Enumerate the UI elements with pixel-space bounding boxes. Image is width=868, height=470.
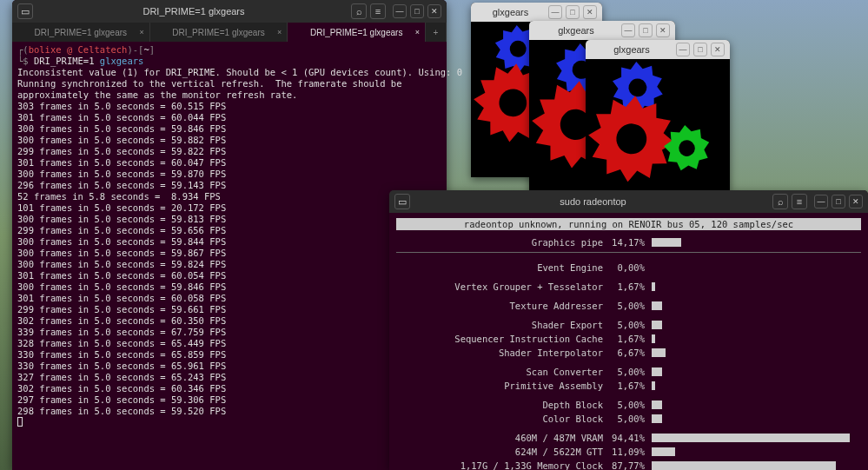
- maximize-button[interactable]: □: [832, 195, 845, 209]
- glxgears-title: glxgears: [534, 25, 618, 36]
- radeontop-body: radeontop unknown, running on RENOIR bus…: [389, 213, 868, 470]
- stat-bar: [652, 433, 861, 443]
- radeontop-titlebar: ▭ sudo radeontop ⌕ ≡ — □ ✕: [389, 190, 868, 213]
- stat-percent: 1,67%: [610, 334, 652, 344]
- terminal-titlebar: ▭ DRI_PRIME=1 glxgears ⌕ ≡ — □ ✕: [12, 0, 447, 23]
- close-button[interactable]: ✕: [711, 43, 725, 56]
- tab-close-icon[interactable]: ×: [415, 28, 420, 36]
- green-gear-icon: [664, 125, 710, 171]
- close-button[interactable]: ✕: [427, 4, 441, 18]
- stat-label: Graphics pipe: [396, 237, 610, 248]
- terminal-tab[interactable]: DRI_PRIME=1 glxgears×: [12, 23, 150, 42]
- app-menu-icon[interactable]: ▭: [394, 194, 410, 209]
- stat-percent: 1,67%: [610, 381, 652, 391]
- stat-label: Vertex Grouper + Tesselator: [396, 281, 610, 292]
- stat-label: Color Block: [396, 414, 610, 424]
- radeontop-stat-row: Color Block 5,00%: [396, 412, 861, 426]
- radeontop-title: sudo radeontop: [414, 196, 772, 207]
- stat-percent: 5,00%: [610, 367, 652, 377]
- stat-label: 1,17G / 1,33G Memory Clock: [396, 460, 610, 470]
- terminal-tabs: DRI_PRIME=1 glxgears×DRI_PRIME=1 glxgear…: [12, 23, 447, 42]
- hamburger-icon[interactable]: ≡: [370, 3, 386, 19]
- maximize-button[interactable]: □: [693, 43, 707, 56]
- glxgears-viewport: [586, 59, 730, 190]
- stat-label: Sequencer Instruction Cache: [396, 334, 610, 344]
- hamburger-icon[interactable]: ≡: [792, 194, 807, 209]
- new-tab-button[interactable]: +: [426, 23, 447, 42]
- stat-bar: [652, 367, 861, 377]
- tab-close-icon[interactable]: ×: [277, 28, 282, 36]
- stat-bar: [652, 348, 861, 358]
- radeontop-stat-row: Texture Addresser 5,00%: [396, 299, 861, 313]
- radeontop-stat-row: Shader Export 5,00%: [396, 318, 861, 332]
- app-menu-icon[interactable]: ▭: [17, 3, 33, 19]
- stat-percent: 11,09%: [610, 447, 652, 457]
- stat-percent: 5,00%: [610, 301, 652, 311]
- stat-bar: [652, 281, 861, 292]
- stat-percent: 6,67%: [610, 348, 652, 358]
- minimize-button[interactable]: —: [676, 43, 690, 56]
- terminal-window: ▭ DRI_PRIME=1 glxgears ⌕ ≡ — □ ✕ DRI_PRI…: [12, 0, 447, 470]
- stat-percent: 94,41%: [610, 433, 652, 443]
- search-icon[interactable]: ⌕: [351, 3, 367, 19]
- stat-bar: [652, 237, 861, 248]
- stat-bar: [652, 447, 861, 457]
- radeontop-stat-row: Shader Interpolator 6,67%: [396, 346, 861, 360]
- stat-bar: [652, 301, 861, 311]
- radeontop-stat-row: Event Engine 0,00%: [396, 261, 861, 275]
- glxgears-titlebar: glxgears — □ ✕: [586, 40, 730, 59]
- radeontop-stat-row: 624M / 5622M GTT 11,09%: [396, 445, 861, 459]
- minimize-button[interactable]: —: [814, 195, 828, 209]
- stat-label: Primitive Assembly: [396, 381, 610, 391]
- search-icon[interactable]: ⌕: [772, 194, 788, 209]
- maximize-button[interactable]: □: [566, 5, 580, 19]
- maximize-button[interactable]: □: [639, 23, 653, 37]
- close-button[interactable]: ✕: [583, 5, 597, 19]
- stat-bar: [652, 460, 861, 470]
- radeontop-status: radeontop unknown, running on RENOIR bus…: [396, 218, 861, 230]
- stat-label: Depth Block: [396, 400, 610, 410]
- radeontop-stat-row: 1,17G / 1,33G Memory Clock 87,77%: [396, 459, 861, 470]
- stat-percent: 14,17%: [610, 237, 652, 248]
- stat-bar: [652, 262, 861, 273]
- radeontop-stat-row: Depth Block 5,00%: [396, 398, 861, 412]
- glxgears-titlebar: glxgears — □ ✕: [529, 21, 675, 40]
- stat-label: 624M / 5622M GTT: [396, 447, 610, 457]
- terminal-tab[interactable]: DRI_PRIME=1 glxgears×: [150, 23, 288, 42]
- tab-label: DRI_PRIME=1 glxgears: [35, 28, 127, 37]
- tab-label: DRI_PRIME=1 glxgears: [310, 28, 402, 37]
- stat-percent: 5,00%: [610, 414, 652, 424]
- stat-percent: 0,00%: [610, 262, 652, 273]
- close-button[interactable]: ✕: [656, 23, 670, 37]
- radeontop-stat-row: 460M / 487M VRAM 94,41%: [396, 431, 861, 445]
- minimize-button[interactable]: —: [621, 23, 635, 37]
- radeontop-stat-row: Sequencer Instruction Cache 1,67%: [396, 332, 861, 346]
- stat-percent: 1,67%: [610, 281, 652, 292]
- stat-bar: [652, 381, 861, 391]
- minimize-button[interactable]: —: [393, 4, 407, 18]
- stat-label: Shader Interpolator: [396, 348, 610, 358]
- stat-bar: [652, 400, 861, 410]
- stat-bar: [652, 334, 861, 344]
- terminal-title: DRI_PRIME=1 glxgears: [36, 6, 351, 17]
- tab-label: DRI_PRIME=1 glxgears: [172, 28, 264, 37]
- terminal-output[interactable]: ┌(bolixe @ Celtatech)-[~] └$ DRI_PRIME=1…: [12, 42, 447, 432]
- radeontop-window: ▭ sudo radeontop ⌕ ≡ — □ ✕ radeontop unk…: [389, 190, 868, 470]
- stat-label: Shader Export: [396, 320, 610, 330]
- terminal-tab[interactable]: DRI_PRIME=1 glxgears×: [288, 23, 426, 42]
- minimize-button[interactable]: —: [548, 5, 562, 19]
- stat-bar: [652, 320, 861, 330]
- stat-bar: [652, 414, 861, 424]
- radeontop-stat-row: Vertex Grouper + Tesselator 1,67%: [396, 280, 861, 294]
- glxgears-titlebar: glxgears — □ ✕: [471, 3, 602, 22]
- stat-label: Texture Addresser: [396, 301, 610, 311]
- stat-label: Event Engine: [396, 262, 610, 273]
- stat-label: Scan Converter: [396, 367, 610, 377]
- tab-close-icon[interactable]: ×: [139, 28, 143, 36]
- maximize-button[interactable]: □: [410, 4, 424, 18]
- radeontop-stat-row: Primitive Assembly 1,67%: [396, 379, 861, 393]
- radeontop-stat-row: Scan Converter 5,00%: [396, 365, 861, 379]
- glxgears-title: glxgears: [476, 7, 545, 17]
- close-button[interactable]: ✕: [849, 195, 863, 209]
- radeontop-stat-row: Graphics pipe 14,17%: [396, 235, 861, 249]
